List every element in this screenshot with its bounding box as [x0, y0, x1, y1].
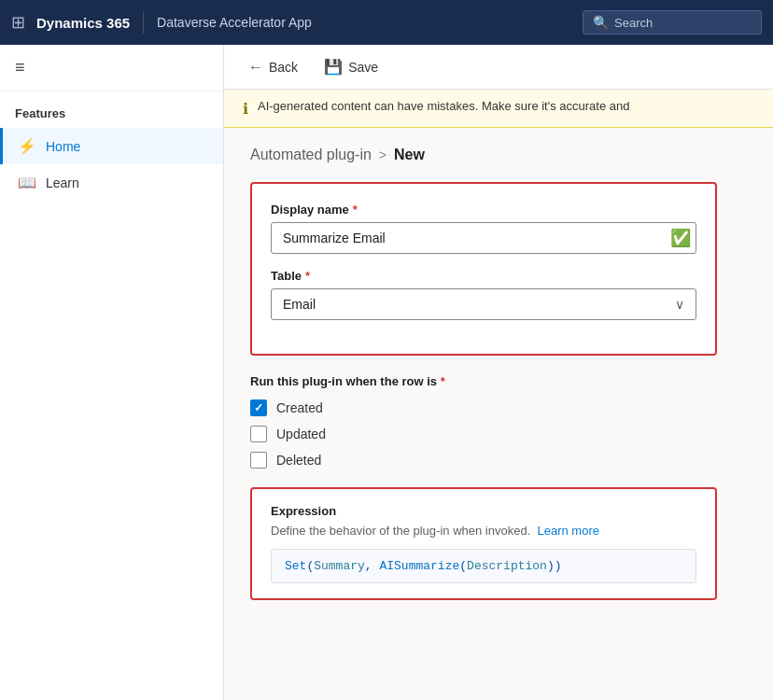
valid-icon: ✅	[666, 228, 696, 248]
expression-title: Expression	[271, 504, 696, 518]
hamburger-menu[interactable]: ≡	[0, 45, 223, 91]
nav-divider	[143, 11, 144, 34]
code-ai-fn: AISummarize	[379, 559, 459, 573]
info-icon: ℹ	[243, 100, 248, 118]
alert-text: AI-generated content can have mistakes. …	[258, 99, 629, 113]
checkbox-updated-label: Updated	[276, 427, 326, 441]
save-icon: 💾	[324, 58, 343, 76]
app-title: Dynamics 365	[36, 15, 130, 31]
code-inner-paren-close: ))	[547, 559, 562, 573]
learn-more-link[interactable]: Learn more	[537, 524, 598, 538]
code-set-fn: Set	[285, 559, 306, 573]
top-nav: ⊞ Dynamics 365 Dataverse Accelerator App…	[0, 0, 773, 45]
checkbox-deleted[interactable]: Deleted	[250, 452, 717, 469]
code-summary-param: Summary	[314, 559, 365, 573]
display-name-label: Display name *	[271, 203, 696, 217]
checkbox-created-label: Created	[276, 400, 323, 415]
expression-code[interactable]: Set(Summary, AISummarize(Description))	[271, 549, 696, 583]
checkbox-created[interactable]: Created	[250, 399, 717, 416]
display-name-input[interactable]	[272, 223, 666, 253]
search-icon: 🔍	[593, 15, 609, 30]
breadcrumb-separator: >	[379, 147, 386, 162]
table-label: Table *	[271, 269, 696, 283]
table-required: *	[305, 269, 310, 283]
sidebar-item-home-label: Home	[46, 139, 80, 154]
alert-banner: ℹ AI-generated content can have mistakes…	[224, 90, 773, 128]
code-inner-paren-open: (	[459, 559, 467, 573]
code-comma: ,	[365, 559, 380, 573]
sidebar: ≡ Features ⚡ Home 📖 Learn	[0, 45, 224, 700]
main-layout: ≡ Features ⚡ Home 📖 Learn ← Back 💾 Save …	[0, 45, 773, 700]
expression-desc: Define the behavior of the plug-in when …	[271, 524, 696, 538]
table-select-value: Email	[283, 297, 675, 312]
back-icon: ←	[248, 59, 263, 76]
form-card: Display name * ✅ Table * Email	[250, 182, 717, 356]
table-select[interactable]: Email ∨	[271, 288, 696, 320]
checkbox-deleted-box[interactable]	[250, 452, 267, 469]
search-bar[interactable]: 🔍 Search	[583, 10, 762, 35]
table-field: Table * Email ∨	[271, 269, 696, 320]
back-button[interactable]: ← Back	[243, 55, 303, 79]
home-icon: ⚡	[18, 137, 36, 155]
display-name-required: *	[353, 203, 358, 217]
display-name-input-wrap: ✅	[271, 222, 696, 254]
run-section-label: Run this plug-in when the row is *	[250, 374, 717, 388]
save-button[interactable]: 💾 Save	[318, 54, 384, 79]
content-area: ← Back 💾 Save ℹ AI-generated content can…	[224, 45, 773, 700]
grid-icon[interactable]: ⊞	[11, 12, 25, 33]
chevron-down-icon: ∨	[675, 297, 684, 312]
checkbox-created-box[interactable]	[250, 399, 267, 416]
search-placeholder: Search	[614, 16, 653, 30]
sidebar-item-home[interactable]: ⚡ Home	[0, 128, 223, 164]
save-label: Save	[348, 60, 378, 75]
expression-card: Expression Define the behavior of the pl…	[250, 487, 717, 600]
page-content: Automated plug-in > New Display name * ✅	[224, 128, 773, 700]
app-name: Dataverse Accelerator App	[157, 15, 312, 30]
checkbox-updated-box[interactable]	[250, 426, 267, 442]
run-section: Run this plug-in when the row is * Creat…	[250, 374, 717, 469]
learn-icon: 📖	[18, 174, 36, 191]
checkbox-updated[interactable]: Updated	[250, 426, 717, 442]
toolbar: ← Back 💾 Save	[224, 45, 773, 90]
sidebar-item-learn-label: Learn	[46, 175, 79, 190]
breadcrumb-current: New	[394, 147, 425, 163]
run-required: *	[441, 374, 445, 388]
checkbox-deleted-label: Deleted	[276, 453, 321, 468]
breadcrumb: Automated plug-in > New	[250, 147, 747, 163]
breadcrumb-parent: Automated plug-in	[250, 147, 372, 163]
sidebar-section-title: Features	[0, 91, 223, 128]
sidebar-item-learn[interactable]: 📖 Learn	[0, 164, 223, 201]
code-description-param: Description	[467, 559, 547, 573]
display-name-field: Display name * ✅	[271, 203, 696, 254]
back-label: Back	[269, 60, 298, 75]
